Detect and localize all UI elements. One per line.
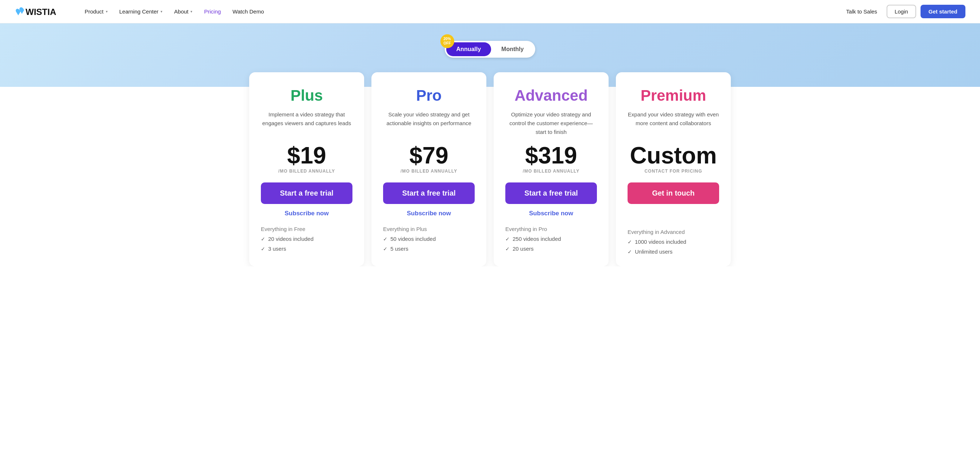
features-list-advanced: ✓ 250 videos included ✓ 20 users <box>505 236 597 252</box>
nav-watch-demo[interactable]: Watch Demo <box>227 5 269 18</box>
get-in-touch-button[interactable]: Get in touch <box>628 182 719 204</box>
check-icon: ✓ <box>628 249 632 255</box>
plan-price-sub-advanced: /mo billed annually <box>505 169 597 174</box>
feature-premium-0: ✓ 1000 videos included <box>628 239 719 245</box>
plan-name-advanced: Advanced <box>505 87 597 104</box>
nav-learning-center[interactable]: Learning Center ▾ <box>114 5 168 18</box>
nav-product[interactable]: Product ▾ <box>80 5 113 18</box>
plan-desc-advanced: Optimize your video strategy and control… <box>505 110 597 137</box>
nav-links: Product ▾ Learning Center ▾ About ▾ Pric… <box>80 5 841 18</box>
plan-card-premium: Premium Expand your video strategy with … <box>616 72 731 266</box>
plan-price-sub-plus: /mo billed annually <box>261 169 352 174</box>
feature-pro-1: ✓ 5 users <box>383 245 475 252</box>
plan-name-plus: Plus <box>261 87 352 104</box>
chevron-down-icon: ▾ <box>106 10 108 13</box>
feature-pro-0: ✓ 50 videos included <box>383 236 475 242</box>
subscribe-plus-link[interactable]: Subscribe now <box>261 210 352 217</box>
feature-advanced-0: ✓ 250 videos included <box>505 236 597 242</box>
everything-in-plus: Everything in Free <box>261 226 352 232</box>
login-button[interactable]: Login <box>886 5 916 18</box>
subscribe-pro-link[interactable]: Subscribe now <box>383 210 475 217</box>
logo[interactable]: WISTIA <box>14 5 62 18</box>
feature-advanced-1: ✓ 20 users <box>505 245 597 252</box>
features-list-premium: ✓ 1000 videos included ✓ Unlimited users <box>628 239 719 255</box>
start-trial-advanced-button[interactable]: Start a free trial <box>505 182 597 204</box>
plan-price-plus: $19 <box>261 144 352 167</box>
feature-plus-0: ✓ 20 videos included <box>261 236 352 242</box>
plan-card-advanced: Advanced Optimize your video strategy an… <box>494 72 609 266</box>
plan-name-premium: Premium <box>628 87 719 104</box>
nav-about[interactable]: About ▾ <box>169 5 197 18</box>
everything-in-pro: Everything in Plus <box>383 226 475 232</box>
subscribe-placeholder <box>628 210 719 229</box>
navbar: WISTIA Product ▾ Learning Center ▾ About… <box>0 0 980 23</box>
check-icon: ✓ <box>505 246 510 252</box>
plan-price-sub-pro: /mo billed annually <box>383 169 475 174</box>
plan-card-pro: Pro Scale your video strategy and get ac… <box>371 72 486 266</box>
features-list-plus: ✓ 20 videos included ✓ 3 users <box>261 236 352 252</box>
talk-to-sales-button[interactable]: Talk to Sales <box>841 5 882 18</box>
plan-desc-premium: Expand your video strategy with even mor… <box>628 110 719 137</box>
feature-plus-1: ✓ 3 users <box>261 245 352 252</box>
plan-card-plus: Plus Implement a video strategy that eng… <box>249 72 364 266</box>
plan-price-advanced: $319 <box>505 144 597 167</box>
check-icon: ✓ <box>505 236 510 242</box>
nav-actions: Talk to Sales Login Get started <box>841 5 966 18</box>
everything-in-advanced: Everything in Pro <box>505 226 597 232</box>
billing-toggle: 20% OFF Annually Monthly <box>445 41 536 57</box>
check-icon: ✓ <box>261 236 265 242</box>
plan-name-pro: Pro <box>383 87 475 104</box>
features-list-pro: ✓ 50 videos included ✓ 5 users <box>383 236 475 252</box>
check-icon: ✓ <box>383 236 388 242</box>
svg-text:WISTIA: WISTIA <box>25 7 56 17</box>
plan-desc-pro: Scale your video strategy and get action… <box>383 110 475 137</box>
feature-premium-1: ✓ Unlimited users <box>628 249 719 255</box>
plan-price-sub-premium: contact for pricing <box>628 169 719 174</box>
plan-price-pro: $79 <box>383 144 475 167</box>
discount-badge: 20% OFF <box>441 34 454 48</box>
start-trial-pro-button[interactable]: Start a free trial <box>383 182 475 204</box>
everything-in-premium: Everything in Advanced <box>628 229 719 235</box>
monthly-toggle[interactable]: Monthly <box>491 42 534 56</box>
plan-desc-plus: Implement a video strategy that engages … <box>261 110 352 137</box>
pricing-cards: Plus Implement a video strategy that eng… <box>235 72 745 266</box>
check-icon: ✓ <box>628 239 632 245</box>
subscribe-advanced-link[interactable]: Subscribe now <box>505 210 597 217</box>
check-icon: ✓ <box>383 246 388 252</box>
get-started-button[interactable]: Get started <box>921 5 966 18</box>
nav-pricing[interactable]: Pricing <box>199 5 226 18</box>
chevron-down-icon: ▾ <box>161 10 162 13</box>
check-icon: ✓ <box>261 246 265 252</box>
plan-price-premium: Custom <box>628 144 719 167</box>
start-trial-plus-button[interactable]: Start a free trial <box>261 182 352 204</box>
chevron-down-icon: ▾ <box>191 10 192 13</box>
